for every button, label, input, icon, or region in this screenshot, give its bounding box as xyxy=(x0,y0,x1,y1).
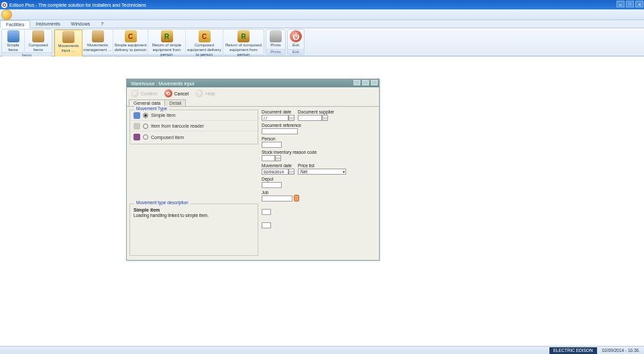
dialog-body: Movement Type Simple item Item from barc… xyxy=(129,107,376,257)
close-button[interactable]: ✕ xyxy=(635,1,643,7)
rib-simple-items[interactable]: Simple Items xyxy=(2,30,25,52)
rib-exit[interactable]: ⏻ Exit xyxy=(288,30,304,49)
label-depot: Depot xyxy=(262,177,273,181)
job-lookup-icon[interactable] xyxy=(294,195,299,202)
select-price-list[interactable]: Net xyxy=(298,169,346,175)
status-tag: ELECTRIC EDISON xyxy=(549,347,597,354)
rib-composed-items[interactable]: Composed Items xyxy=(25,30,52,52)
radio-simple[interactable] xyxy=(143,113,148,118)
ribbon-group-label-exit: Exit xyxy=(288,49,304,54)
input-extra-1[interactable] xyxy=(262,209,271,215)
movement-option-simple[interactable]: Simple item xyxy=(130,110,258,121)
app-icon: O xyxy=(1,2,7,8)
label-doc-supplier: Document supplier xyxy=(298,109,334,114)
minimize-button[interactable]: ‒ xyxy=(616,1,625,7)
barcode-icon xyxy=(133,123,140,130)
dialog-movements-input: Warehouse : Movements input ✔ Confirm Ca… xyxy=(126,79,380,261)
delivery-c-icon: C xyxy=(125,30,137,42)
tab-general-data[interactable]: General data xyxy=(129,99,165,106)
radio-barcode[interactable] xyxy=(143,124,148,129)
box-icon xyxy=(32,30,44,42)
rib-return-composed[interactable]: R Return of composed equipment from pers… xyxy=(223,30,264,57)
tab-detail[interactable]: Detail xyxy=(164,99,186,106)
dialog-toolbar: ✔ Confirm Cancel ? Help xyxy=(127,87,379,99)
dialog-close[interactable] xyxy=(371,80,378,85)
movement-option-barcode[interactable]: Item from barcode reader xyxy=(130,121,258,132)
window-controls: ‒ □ ✕ xyxy=(616,1,643,7)
return-r2-icon: R xyxy=(237,30,250,42)
input-doc-ref[interactable] xyxy=(262,128,298,134)
box-gear-icon xyxy=(92,30,104,42)
check-icon: ✔ xyxy=(131,89,139,97)
quick-access-row xyxy=(0,9,644,20)
ribbon-group-label-prints: Prints xyxy=(266,49,285,54)
cancel-button[interactable]: Cancel xyxy=(164,89,189,97)
label-doc-date: Document date xyxy=(262,109,291,114)
label-doc-ref: Document reference xyxy=(262,123,301,128)
ribbon-group-prints: Prints Prints xyxy=(266,29,286,55)
dialog-maximize[interactable] xyxy=(362,80,369,85)
rib-simple-delivery[interactable]: C Simple equipment delivery to person xyxy=(113,30,148,57)
label-price-list: Price list xyxy=(298,163,315,168)
menu-bar: Facilities Instruments Windows ? xyxy=(0,20,644,28)
movement-option-composed[interactable]: Composed item xyxy=(130,132,258,142)
ribbon-group-facilities: Movements input … Movements management …… xyxy=(54,29,264,55)
input-person[interactable] xyxy=(262,142,282,148)
input-mov-date[interactable]: 02/09/2014 xyxy=(262,169,288,175)
lookup-stock-reason[interactable] xyxy=(275,155,281,161)
legend-movement-type: Movement Type xyxy=(134,106,169,111)
return-r-icon: R xyxy=(161,30,173,42)
maximize-button[interactable]: □ xyxy=(626,1,634,7)
undo-icon xyxy=(164,89,172,97)
ribbon: Simple Items Composed Items Items Moveme… xyxy=(0,28,644,56)
label-job: Job xyxy=(262,190,268,195)
box-arrow-icon xyxy=(62,31,74,43)
rib-movements-mgmt[interactable]: Movements management … xyxy=(83,30,113,57)
radio-composed[interactable] xyxy=(143,134,148,140)
menu-facilities[interactable]: Facilities xyxy=(0,20,30,28)
delivery-c2-icon: C xyxy=(199,30,211,42)
legend-movement-desc: Movement type description xyxy=(134,200,191,205)
help-icon: ? xyxy=(195,89,203,97)
rib-return-simple[interactable]: R Return of simple equipment from person xyxy=(148,30,186,57)
cube-icon xyxy=(7,30,19,42)
menu-instruments[interactable]: Instruments xyxy=(30,20,66,28)
confirm-button: ✔ Confirm xyxy=(131,89,158,97)
status-bar: ELECTRIC EDISON 02/09/2014 - 10.36. xyxy=(0,346,644,354)
movement-desc-title: Simple item xyxy=(130,204,258,212)
input-stock-reason[interactable] xyxy=(262,155,275,161)
help-button: ? Help xyxy=(195,89,215,97)
input-depot[interactable] xyxy=(262,182,282,188)
power-icon: ⏻ xyxy=(290,30,302,42)
input-extra-2[interactable] xyxy=(262,222,271,228)
status-time: 02/09/2014 - 10.36. xyxy=(598,348,644,353)
input-doc-date[interactable]: / / xyxy=(262,115,288,121)
rib-composed-delivery[interactable]: C Composed equipment delivery to person xyxy=(186,30,223,57)
lookup-doc-supplier[interactable] xyxy=(322,115,328,121)
label-mov-date: Movement date xyxy=(262,163,292,168)
rib-movements-input[interactable]: Movements input … xyxy=(54,30,83,57)
cube-small-icon xyxy=(133,112,140,119)
spin-doc-date[interactable] xyxy=(288,115,294,121)
printer-icon xyxy=(270,30,282,42)
input-doc-supplier[interactable] xyxy=(298,115,322,121)
dialog-title: Warehouse : Movements input xyxy=(131,81,195,86)
label-person: Person xyxy=(262,136,276,141)
menu-windows[interactable]: Windows xyxy=(66,20,95,28)
window-title: Edison Plus - The complete solution for … xyxy=(9,3,146,7)
composed-icon xyxy=(133,134,140,140)
menu-help[interactable]: ? xyxy=(95,20,109,28)
form-area: Document date / / Document supplier Docu… xyxy=(262,109,376,257)
input-job[interactable] xyxy=(262,195,292,202)
ribbon-group-items: Simple Items Composed Items Items xyxy=(1,29,52,55)
app-orb[interactable] xyxy=(2,10,11,19)
label-stock-reason: Stock inventory reason code xyxy=(262,150,317,154)
dialog-minimize[interactable] xyxy=(354,80,360,85)
movement-desc-body: Loading handling linked to simple item. xyxy=(130,212,258,218)
rib-prints[interactable]: Prints xyxy=(266,30,285,49)
fieldset-movement-type: Movement Type Simple item Item from barc… xyxy=(129,109,258,144)
dialog-titlebar[interactable]: Warehouse : Movements input xyxy=(127,79,379,87)
fieldset-movement-desc: Movement type description Simple item Lo… xyxy=(129,204,258,256)
workspace: Warehouse : Movements input ✔ Confirm Ca… xyxy=(0,56,644,346)
spin-mov-date[interactable] xyxy=(288,169,294,175)
